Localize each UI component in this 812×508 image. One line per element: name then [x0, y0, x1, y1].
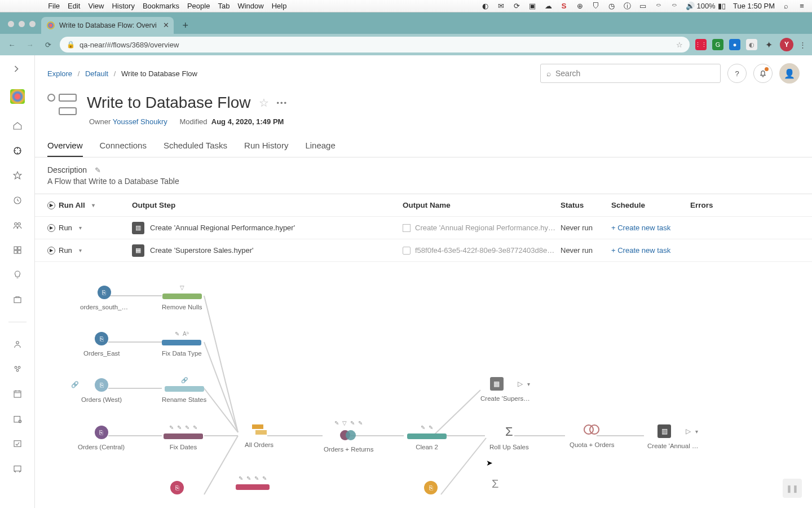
flow-node-join[interactable]: Quota + Orders — [570, 424, 615, 448]
bluetooth-icon[interactable]: ⌔ — [654, 2, 663, 11]
output-name[interactable]: f58f0fe4-63e5-422f-80e9-3e8772403d8e (… — [415, 246, 556, 255]
nav-collections-icon[interactable] — [11, 244, 24, 256]
run-output-icon[interactable]: ▷ — [686, 427, 691, 435]
output-step-name[interactable]: Create 'Superstore Sales.hyper' — [150, 246, 253, 255]
user-avatar[interactable]: 👤 — [779, 63, 800, 84]
menu-file[interactable]: File — [48, 2, 60, 10]
profile-avatar[interactable]: Y — [780, 38, 793, 51]
spotlight-icon[interactable]: ⌕ — [782, 2, 791, 11]
edit-description-icon[interactable]: ✎ — [95, 166, 101, 174]
address-bar[interactable]: 🔒 qa-near/#/flows/3689/overview ☆ — [60, 37, 690, 52]
browser-tab[interactable]: Write to Database Flow: Overvi ✕ — [41, 17, 174, 34]
chevron-down-icon[interactable]: ▾ — [527, 381, 530, 387]
expand-nav-button[interactable] — [11, 63, 24, 77]
menu-help[interactable]: Help — [272, 2, 287, 10]
run-button[interactable]: ▶ Run ▾ — [47, 246, 82, 255]
menu-tab[interactable]: Tab — [218, 2, 230, 10]
flow-node-clean[interactable]: ✎✎✎✎ — [236, 475, 270, 490]
forward-button[interactable]: → — [24, 38, 36, 51]
notifications-button[interactable] — [753, 64, 773, 83]
nav-schedules-icon[interactable] — [11, 388, 24, 400]
extensions-menu-icon[interactable]: ✦ — [763, 39, 774, 50]
owner-link[interactable]: Youssef Shoukry — [113, 117, 167, 126]
extension-icon[interactable]: G — [712, 39, 723, 50]
help-button[interactable]: ? — [727, 64, 747, 83]
pause-recording-button[interactable]: ❚❚ — [783, 479, 802, 498]
status-icon[interactable]: ▭ — [638, 2, 647, 11]
menu-view[interactable]: View — [88, 2, 104, 10]
flow-node-input[interactable]: ⎘ — [170, 481, 184, 494]
nav-home-icon[interactable] — [11, 120, 24, 132]
tab-run-history[interactable]: Run History — [244, 141, 288, 157]
favorite-toggle[interactable]: ☆ — [259, 96, 269, 110]
chevron-down-icon[interactable]: ▾ — [92, 202, 95, 208]
extension-icon[interactable]: ⋮⋮ — [695, 39, 707, 50]
status-icon[interactable]: ◐ — [480, 2, 489, 11]
tab-scheduled-tasks[interactable]: Scheduled Tasks — [164, 141, 227, 157]
search-input[interactable]: ⌕ Search — [540, 64, 721, 83]
star-icon[interactable]: ☆ — [676, 41, 683, 49]
tab-overview[interactable]: Overview — [47, 141, 83, 157]
menu-window[interactable]: Window — [237, 2, 263, 10]
status-icon[interactable]: ⓘ — [623, 2, 632, 11]
battery-icon[interactable]: ▮▯ — [717, 2, 726, 11]
back-button[interactable]: ← — [6, 38, 18, 51]
flow-node-union[interactable]: All Orders — [245, 424, 273, 448]
run-button[interactable]: ▶ Run ▾ — [47, 224, 82, 232]
create-task-link[interactable]: + Create new task — [611, 224, 670, 232]
flow-node-join[interactable]: ✎▽✎✎ Orders + Returns — [324, 420, 374, 453]
flow-node-input[interactable]: ⎘ — [424, 481, 438, 494]
nav-users-icon[interactable] — [11, 338, 24, 351]
flow-node-input[interactable]: 🔗 ⎘ Orders (West) — [81, 378, 122, 403]
chevron-down-icon[interactable]: ▾ — [695, 428, 698, 435]
menu-bookmarks[interactable]: Bookmarks — [143, 2, 179, 10]
menu-people[interactable]: People — [187, 2, 210, 10]
breadcrumb-folder[interactable]: Default — [85, 69, 108, 78]
menubar-clock[interactable]: Tue 1:50 PM — [733, 2, 775, 10]
flow-node-input[interactable]: ⎘ orders_south_… — [80, 286, 128, 310]
status-icon[interactable]: ◷ — [607, 2, 616, 11]
flow-node-output[interactable]: ▦ ▷ ▾ Create 'Supers… — [480, 377, 530, 402]
flow-node-output[interactable]: ▥ ▷ ▾ Create 'Annual … — [647, 424, 698, 449]
nav-status-icon[interactable] — [11, 437, 24, 450]
status-icon[interactable]: ▣ — [528, 2, 537, 11]
extension-icon[interactable]: ● — [729, 39, 740, 50]
more-actions-button[interactable]: ••• — [277, 99, 288, 107]
flow-node-clean[interactable]: ▽ Remove Nulls — [162, 284, 202, 310]
new-tab-button[interactable]: + — [178, 18, 193, 33]
flow-node-clean[interactable]: ✎Aᵇ Fix Data Type — [162, 331, 202, 357]
create-task-link[interactable]: + Create new task — [611, 246, 670, 255]
reload-button[interactable]: ⟳ — [42, 38, 54, 51]
menu-history[interactable]: History — [112, 2, 134, 10]
flow-node-input[interactable]: ⎘ Orders (Central) — [78, 426, 125, 450]
tab-connections[interactable]: Connections — [100, 141, 147, 157]
nav-personal-icon[interactable] — [11, 294, 24, 306]
flow-node-clean[interactable]: ✎✎ Clean 2 — [407, 424, 447, 450]
status-icon[interactable]: ⊕ — [575, 2, 584, 11]
menu-edit[interactable]: Edit — [68, 2, 80, 10]
nav-recents-icon[interactable] — [11, 194, 24, 207]
output-name[interactable]: Create 'Annual Regional Performance.hype… — [415, 224, 556, 232]
flow-node-aggregate[interactable]: Σ Roll Up Sales — [489, 424, 529, 450]
tableau-logo-icon[interactable] — [10, 89, 25, 104]
nav-shared-icon[interactable] — [11, 219, 24, 231]
flow-canvas[interactable]: ⎘ orders_south_… ⎘ Orders_East 🔗 ⎘ Order… — [35, 269, 812, 508]
flow-node-clean[interactable]: 🔗 Rename States — [162, 377, 206, 403]
tab-lineage[interactable]: Lineage — [305, 141, 335, 157]
status-icon[interactable]: S — [559, 2, 568, 11]
nav-jobs-icon[interactable] — [11, 413, 24, 425]
breadcrumb-root[interactable]: Explore — [47, 69, 72, 78]
status-icon[interactable]: ⟳ — [512, 2, 521, 11]
status-icon[interactable]: ☁ — [544, 2, 553, 11]
extension-icon[interactable]: ◐ — [746, 39, 757, 50]
chevron-down-icon[interactable]: ▾ — [79, 247, 82, 253]
output-step-name[interactable]: Create 'Annual Regional Performance.hype… — [150, 224, 295, 232]
run-output-icon[interactable]: ▷ — [518, 380, 523, 388]
control-center-icon[interactable]: ≡ — [797, 2, 806, 11]
flow-node-aggregate[interactable]: Σ — [492, 478, 498, 491]
run-all-button[interactable]: ▶ Run All ▾ — [47, 201, 95, 209]
wifi-icon[interactable]: ⌔ — [670, 2, 679, 11]
flow-node-input[interactable]: ⎘ Orders_East — [83, 332, 120, 357]
volume-icon[interactable]: 🔊 — [686, 2, 695, 11]
close-tab-icon[interactable]: ✕ — [163, 21, 169, 29]
